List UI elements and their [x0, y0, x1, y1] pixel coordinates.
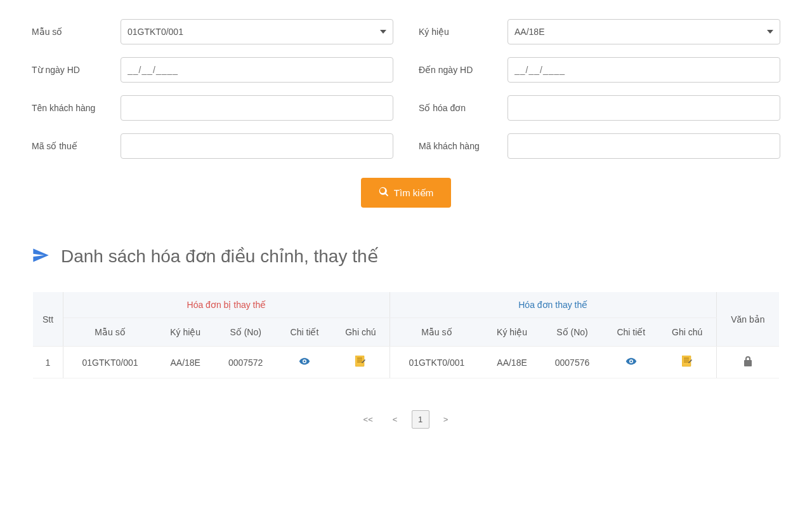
col-vanban: Văn bản: [716, 292, 779, 347]
section-title: Danh sách hóa đơn điều chỉnh, thay thế: [61, 246, 378, 267]
ten-kh-label: Tên khách hàng: [32, 103, 121, 113]
page-first[interactable]: <<: [358, 410, 379, 429]
paper-plane-icon: [32, 246, 49, 266]
col-b-mauso: Mẫu số: [390, 318, 483, 347]
cell-b-ghichu[interactable]: [658, 347, 716, 378]
cell-a-chitiet[interactable]: [277, 347, 332, 378]
col-a-so: Số (No): [214, 318, 277, 347]
table-row: 1 01GTKT0/001 AA/18E 0007572 01GTK: [33, 347, 779, 378]
so-hoa-don-label: Số hóa đơn: [419, 103, 508, 113]
ky-hieu-label: Ký hiệu: [419, 27, 508, 37]
cell-a-ghichu[interactable]: [332, 347, 390, 378]
search-button-label: Tìm kiếm: [394, 187, 433, 199]
cell-a-so: 0007572: [214, 347, 277, 378]
lock-icon: [743, 358, 752, 368]
col-a-ghichu: Ghi chú: [332, 318, 390, 347]
ma-kh-input[interactable]: [508, 133, 780, 159]
eye-icon: [625, 356, 637, 367]
note-icon: [355, 356, 365, 367]
cell-a-mauso: 01GTKT0/001: [63, 347, 157, 378]
cell-b-mauso: 01GTKT0/001: [390, 347, 483, 378]
page-current[interactable]: 1: [412, 410, 429, 429]
cell-vanban[interactable]: [716, 347, 779, 378]
den-ngay-input[interactable]: [508, 57, 780, 83]
group-replacement: Hóa đơn thay thế: [390, 292, 716, 318]
ky-hieu-select[interactable]: AA/18E: [508, 19, 780, 44]
den-ngay-label: Đến ngày HD: [419, 65, 508, 75]
col-b-ghichu: Ghi chú: [658, 318, 716, 347]
ma-kh-label: Mã khách hàng: [419, 141, 508, 151]
search-icon: [379, 187, 389, 199]
tu-ngay-input[interactable]: [121, 57, 393, 83]
eye-icon: [299, 356, 310, 367]
svg-rect-0: [355, 356, 364, 366]
page-next[interactable]: >: [436, 410, 454, 429]
so-hoa-don-input[interactable]: [508, 95, 780, 121]
invoice-table: Stt Hóa đơn bị thay thế Hóa đơn thay thế…: [33, 292, 779, 378]
col-b-so: Số (No): [540, 318, 604, 347]
mau-so-label: Mẫu số: [32, 27, 121, 37]
pagination: << < 1 >: [32, 410, 780, 429]
cell-a-kyhieu: AA/18E: [157, 347, 214, 378]
tu-ngay-label: Từ ngày HD: [32, 65, 121, 75]
col-stt: Stt: [33, 292, 63, 347]
note-icon: [682, 356, 692, 367]
mau-so-select[interactable]: 01GTKT0/001: [121, 19, 393, 44]
page-prev[interactable]: <: [386, 410, 404, 429]
cell-b-kyhieu: AA/18E: [483, 347, 540, 378]
ten-kh-input[interactable]: [121, 95, 393, 121]
ma-so-thue-input[interactable]: [121, 133, 393, 159]
svg-rect-4: [682, 356, 691, 366]
group-replaced: Hóa đơn bị thay thế: [63, 292, 390, 318]
col-a-kyhieu: Ký hiệu: [157, 318, 214, 347]
cell-b-chitiet[interactable]: [604, 347, 658, 378]
cell-b-so: 0007576: [540, 347, 604, 378]
col-b-kyhieu: Ký hiệu: [483, 318, 540, 347]
col-a-mauso: Mẫu số: [63, 318, 157, 347]
col-a-chitiet: Chi tiết: [277, 318, 332, 347]
search-button[interactable]: Tìm kiếm: [361, 178, 451, 208]
cell-stt: 1: [33, 347, 63, 378]
col-b-chitiet: Chi tiết: [604, 318, 658, 347]
ma-so-thue-label: Mã số thuế: [32, 141, 121, 151]
